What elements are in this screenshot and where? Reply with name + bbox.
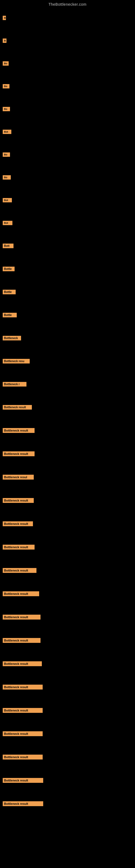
bottleneck-label: Bot [3, 198, 12, 203]
site-title: TheBottlenecker.com [0, 0, 135, 8]
bottleneck-label: Bo [3, 152, 10, 157]
bottleneck-label: Bottleneck result [3, 615, 41, 620]
bottleneck-label: Bottleneck result [3, 638, 41, 643]
list-item: Bo [3, 152, 132, 157]
bottleneck-label: Bottleneck [3, 336, 21, 340]
list-item: Bottleneck resul [3, 475, 132, 479]
list-item: Bot [3, 130, 132, 134]
list-item: Bottleneck result [3, 405, 132, 410]
bottleneck-label: Bottle [3, 290, 16, 294]
list-item: B [3, 16, 132, 20]
bottleneck-label: B [3, 38, 6, 43]
list-item: Bo [3, 84, 132, 88]
list-item: Bottleneck result [3, 731, 132, 736]
bottleneck-label: Bot [3, 221, 12, 225]
list-item: Bot [3, 198, 132, 203]
bottleneck-label: Bottleneck result [3, 778, 43, 783]
list-item: Bottleneck result [3, 615, 132, 620]
bottleneck-label: Bottle [3, 267, 14, 271]
bottleneck-label: Bottleneck result [3, 405, 32, 410]
bottleneck-label: Bottleneck result [3, 708, 43, 713]
list-item: Bottle [3, 290, 132, 294]
list-item: Bottleneck result [3, 498, 132, 503]
list-item: Bo [3, 107, 132, 111]
bottleneck-label: Bottleneck resul [3, 475, 34, 479]
bottleneck-label: Bottleneck result [3, 498, 34, 503]
bottleneck-label: Bottleneck result [3, 568, 37, 573]
list-item: Bot [3, 221, 132, 225]
list-item: Bottleneck [3, 336, 132, 340]
bottleneck-label: Bottle [3, 313, 17, 317]
list-item: Bottleneck result [3, 661, 132, 666]
bottleneck-label: Bottleneck r [3, 382, 27, 386]
list-item: Bottleneck result [3, 638, 132, 643]
bottleneck-label: Bott [3, 244, 13, 248]
bottleneck-label: B [3, 16, 6, 20]
list-item: Bottleneck result [3, 521, 132, 526]
bottleneck-label: Bo [3, 175, 11, 180]
list-item: Bottleneck result [3, 545, 132, 550]
bottleneck-label: Bottleneck result [3, 755, 43, 760]
bottleneck-label: Bottleneck result [3, 521, 33, 526]
list-item: Bott [3, 244, 132, 248]
list-item: Bottleneck result [3, 708, 132, 713]
list-item: Bottleneck r [3, 382, 132, 386]
bottleneck-label: Bottleneck result [3, 731, 43, 736]
list-item: Bottleneck result [3, 452, 132, 456]
list-item: Bottleneck result [3, 778, 132, 783]
bottleneck-label: Bottleneck result [3, 661, 42, 666]
bottleneck-label: Bottleneck result [3, 801, 43, 806]
bottleneck-label: Bottleneck resu [3, 359, 30, 364]
list-item: Bottleneck result [3, 591, 132, 596]
list-item: Bottleneck result [3, 428, 132, 433]
list-item: Bottleneck result [3, 568, 132, 573]
list-item: Bottle [3, 313, 132, 317]
bottleneck-label: Bottleneck result [3, 685, 43, 689]
list-item: Bottleneck result [3, 755, 132, 760]
list-item: Bottleneck resu [3, 359, 132, 364]
bottleneck-label: Bot [3, 130, 11, 134]
list-item: Bo [3, 61, 132, 66]
bottleneck-label: Bottleneck result [3, 428, 35, 433]
bottleneck-label: Bo [3, 61, 9, 66]
list-item: B [3, 38, 132, 43]
bottleneck-label: Bottleneck result [3, 545, 35, 550]
bottleneck-label: Bo [3, 84, 9, 88]
list-item: Bottleneck result [3, 801, 132, 806]
bottleneck-label: Bottleneck result [3, 452, 35, 456]
list-item: Bottle [3, 267, 132, 271]
list-item: Bottleneck result [3, 685, 132, 689]
bottleneck-label: Bo [3, 107, 10, 111]
items-container: B B Bo Bo Bo Bot Bo Bo Bot Bot Bott [0, 8, 135, 806]
list-item: Bo [3, 175, 132, 180]
bottleneck-label: Bottleneck result [3, 591, 39, 596]
